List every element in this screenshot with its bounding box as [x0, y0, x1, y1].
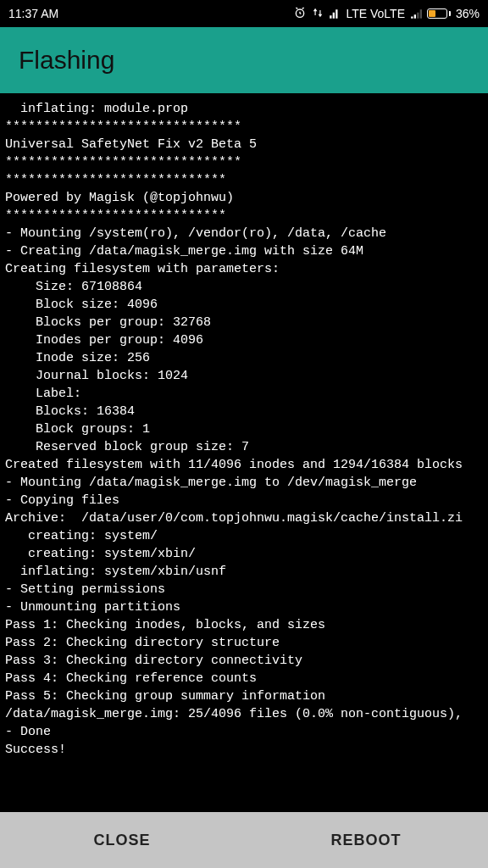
- battery-icon: [427, 8, 451, 19]
- signal-icon-2: [410, 8, 422, 19]
- signal-icon: [329, 8, 341, 19]
- status-time: 11:37 AM: [8, 7, 58, 20]
- app-bar: Flashing: [0, 27, 488, 93]
- battery-percent: 36%: [456, 7, 480, 20]
- button-bar: CLOSE REBOOT: [0, 812, 488, 868]
- status-indicators: LTE VoLTE 36%: [293, 6, 480, 22]
- data-updown-icon: [312, 7, 324, 21]
- close-button[interactable]: CLOSE: [0, 812, 244, 868]
- time-text: 11:37 AM: [8, 7, 58, 20]
- status-bar: 11:37 AM LTE VoLTE 36%: [0, 0, 488, 27]
- alarm-icon: [293, 6, 307, 22]
- reboot-button[interactable]: REBOOT: [244, 812, 488, 868]
- page-title: Flashing: [19, 46, 114, 75]
- network-label: LTE VoLTE: [346, 7, 405, 20]
- terminal-output[interactable]: inflating: module.prop *****************…: [0, 93, 488, 812]
